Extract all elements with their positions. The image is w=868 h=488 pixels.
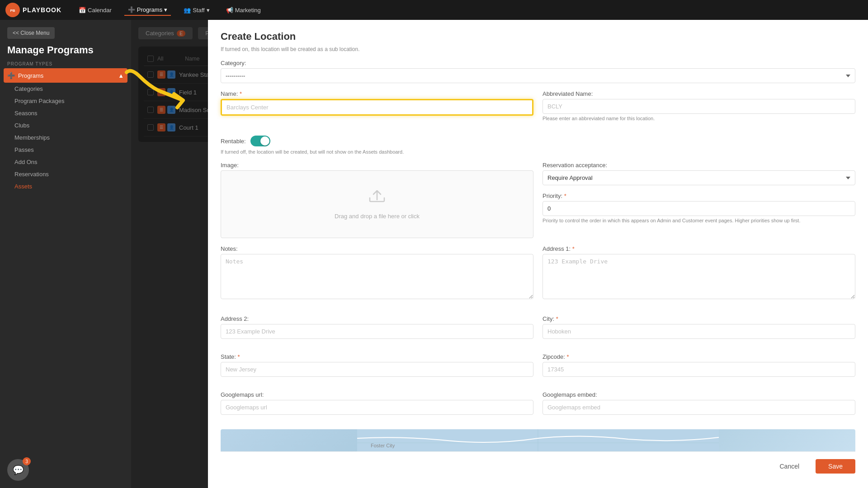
address2-city-row: Address 2: City: *: [221, 315, 855, 346]
name-label: Name: *: [221, 90, 533, 97]
notes-textarea[interactable]: [221, 254, 533, 299]
zipcode-label: Zipcode: *: [542, 353, 855, 360]
sidebar-item-seasons[interactable]: Seasons: [0, 107, 131, 119]
state-input[interactable]: [221, 362, 533, 377]
category-select[interactable]: ----------: [221, 68, 855, 83]
sidebar-item-addons[interactable]: Add Ons: [0, 156, 131, 168]
person-icon: 👤: [167, 88, 175, 96]
programs-sidebar-icon: ➕: [7, 72, 14, 79]
state-section: State: *: [221, 353, 533, 377]
manage-title: Manage Programs: [0, 44, 131, 58]
upload-icon: [230, 189, 524, 209]
row-icons: ☰ 👤: [157, 88, 175, 96]
person-icon: 👤: [167, 123, 175, 131]
sidebar-item-assets[interactable]: Assets: [0, 180, 131, 192]
address2-input[interactable]: [221, 324, 533, 339]
address2-label: Address 2:: [221, 315, 533, 322]
top-nav: PB PLAYBOOK 📅 Calendar ➕ Programs ▾ 👥 St…: [0, 0, 868, 20]
image-reservation-row: Image: Drag and drop a file here or clic…: [221, 162, 855, 238]
select-all-checkbox[interactable]: [147, 56, 154, 62]
cancel-button[interactable]: Cancel: [769, 459, 810, 474]
category-label: Category:: [221, 60, 855, 66]
city-label: City: *: [542, 315, 855, 322]
person-icon: 👤: [167, 106, 175, 114]
notes-address1-row: Notes: Address 1: *: [221, 245, 855, 308]
marketing-icon: 📢: [226, 7, 233, 14]
row-checkbox[interactable]: [147, 107, 154, 113]
reservation-priority-section: Reservation acceptance: Require Approval…: [542, 162, 855, 238]
name-row: Name: * Abbreviated Name: Please enter a…: [221, 90, 855, 128]
zipcode-input[interactable]: [542, 362, 855, 377]
chevron-down-icon: ▾: [207, 7, 210, 14]
googlemaps-url-label: Googlemaps url:: [221, 391, 533, 398]
googlemaps-embed-section: Googlemaps embed:: [542, 391, 855, 415]
row-icons: ☰ 👤: [157, 123, 175, 131]
modal-footer: Cancel Save: [221, 451, 855, 477]
rentable-label: Rentable:: [221, 138, 246, 145]
reservation-acceptance-label: Reservation acceptance:: [542, 162, 855, 169]
notes-label: Notes:: [221, 245, 533, 252]
image-section: Image: Drag and drop a file here or clic…: [221, 162, 533, 238]
nav-calendar[interactable]: 📅 Calendar: [75, 5, 115, 15]
nav-staff[interactable]: 👥 Staff ▾: [180, 5, 213, 15]
row-checkbox[interactable]: [147, 71, 154, 78]
googlemaps-embed-input[interactable]: [542, 400, 855, 415]
logo[interactable]: PB PLAYBOOK: [5, 3, 61, 17]
reservation-acceptance-select[interactable]: Require Approval: [542, 170, 855, 185]
row-checkbox[interactable]: [147, 89, 154, 95]
sidebar-item-passes[interactable]: Passes: [0, 144, 131, 156]
category-section: Category: ----------: [221, 60, 855, 83]
priority-input[interactable]: [542, 201, 855, 216]
zipcode-section: Zipcode: *: [542, 353, 855, 377]
staff-icon: 👥: [184, 7, 191, 14]
address1-label: Address 1: *: [542, 245, 855, 252]
city-input[interactable]: [542, 324, 855, 339]
sidebar-item-programs[interactable]: ➕ Programs ▲: [4, 68, 127, 83]
image-upload-text: Drag and drop a file here or click: [230, 213, 524, 220]
nav-programs[interactable]: ➕ Programs ▾: [124, 5, 171, 16]
abbreviated-name-hint: Please enter an abbreviated name for thi…: [542, 116, 855, 121]
image-upload-area[interactable]: Drag and drop a file here or click: [221, 170, 533, 238]
row-checkbox[interactable]: [147, 124, 154, 131]
sidebar-item-memberships[interactable]: Memberships: [0, 131, 131, 144]
address2-section: Address 2:: [221, 315, 533, 339]
modal-title: Create Location: [221, 31, 855, 42]
address1-input[interactable]: [542, 254, 855, 299]
chat-badge: 3: [23, 457, 31, 465]
tab-categories[interactable]: Categories E: [138, 27, 193, 39]
nav-marketing[interactable]: 📢 Marketing: [222, 5, 264, 15]
svg-text:PB: PB: [10, 9, 15, 13]
sidebar-item-program-packages[interactable]: Program Packages: [0, 95, 131, 107]
rentable-row: Rentable:: [221, 136, 855, 146]
close-menu-button[interactable]: << Close Menu: [7, 27, 55, 39]
name-section: Name: *: [221, 90, 533, 121]
googlemaps-row: Googlemaps url: Googlemaps embed:: [221, 391, 855, 422]
list-icon: ☰: [157, 70, 165, 79]
person-icon: 👤: [167, 70, 175, 79]
name-input[interactable]: [221, 99, 533, 116]
save-button[interactable]: Save: [816, 459, 855, 474]
rentable-section: Rentable: If turned off, the location wi…: [221, 136, 855, 155]
rentable-hint: If turned off, the location will be crea…: [221, 149, 855, 155]
sidebar-item-categories[interactable]: Categories: [0, 83, 131, 95]
create-location-modal: Create Location If turned on, this locat…: [208, 20, 868, 488]
abbreviated-name-label: Abbreviated Name:: [542, 90, 855, 97]
programs-icon: ➕: [128, 6, 135, 13]
rentable-toggle[interactable]: [250, 136, 270, 146]
sidebar-item-clubs[interactable]: Clubs: [0, 119, 131, 131]
state-zip-row: State: * Zipcode: *: [221, 353, 855, 384]
reservation-acceptance-section: Reservation acceptance: Require Approval: [542, 162, 855, 185]
abbreviated-name-input[interactable]: [542, 99, 855, 114]
googlemaps-url-input[interactable]: [221, 400, 533, 415]
list-icon: ☰: [157, 106, 165, 114]
city-section: City: *: [542, 315, 855, 339]
row-icons: ☰ 👤: [157, 70, 175, 79]
list-icon: ☰: [157, 88, 165, 96]
chevron-down-icon: ▾: [164, 6, 167, 13]
chat-widget[interactable]: 💬 3: [7, 459, 29, 481]
image-label: Image:: [221, 162, 533, 169]
sidebar: << Close Menu Manage Programs PROGRAM TY…: [0, 20, 131, 488]
program-types-label: PROGRAM TYPES: [0, 58, 131, 68]
abbreviated-name-section: Abbreviated Name: Please enter an abbrev…: [542, 90, 855, 121]
sidebar-item-reservations[interactable]: Reservations: [0, 168, 131, 180]
